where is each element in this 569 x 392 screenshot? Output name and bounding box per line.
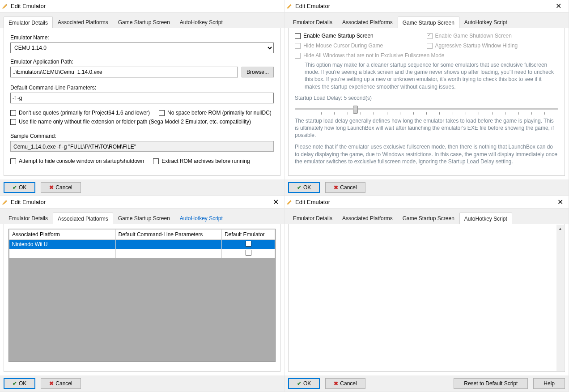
tab-bar: Emulator Details Associated Platforms Ga…: [288, 212, 565, 224]
checkbox-icon: [10, 110, 16, 116]
cancel-button[interactable]: ✖Cancel: [41, 378, 81, 389]
cell-params[interactable]: [115, 249, 222, 258]
tab-platforms[interactable]: Associated Platforms: [53, 213, 113, 224]
check-filenameonly[interactable]: Use file name only without file extensio…: [10, 119, 251, 125]
tab-platforms[interactable]: Associated Platforms: [337, 212, 398, 224]
vertical-scrollbar[interactable]: ▲: [556, 225, 564, 371]
name-label: Emulator Name:: [10, 34, 274, 41]
reset-script-button[interactable]: Reset to Default Script: [454, 378, 528, 389]
window-startup: Edit Emulator ✕ Emulator Details Associa…: [284, 0, 569, 196]
pencil-icon: [2, 199, 8, 205]
col-default[interactable]: Default Emulator: [222, 230, 275, 240]
ok-button[interactable]: ✔OK: [288, 182, 320, 193]
cell-params[interactable]: [115, 240, 222, 249]
emulator-name-select[interactable]: CEMU 1.14.0: [10, 43, 274, 53]
sample-label: Sample Command:: [10, 133, 274, 139]
application-path-input[interactable]: [10, 67, 238, 77]
delay-label: Startup Load Delay: 5 second(s): [295, 95, 558, 101]
dialog-footer: ✔OK ✖Cancel: [0, 179, 284, 196]
pencil-icon: [286, 3, 293, 9]
checkbox-icon[interactable]: [246, 241, 251, 247]
check-icon: ✔: [13, 184, 17, 191]
platforms-table[interactable]: Associated Platform Default Command-Line…: [8, 229, 276, 362]
close-icon[interactable]: ✕: [552, 2, 565, 10]
delay-help-1: The startup load delay generally defines…: [295, 117, 558, 139]
tab-bar: Emulator Details Associated Platforms Ga…: [288, 16, 565, 28]
dialog-footer: ✔OK ✖Cancel Reset to Default Script Help: [284, 375, 569, 392]
cancel-button[interactable]: ✖Cancel: [325, 378, 365, 389]
checkbox-icon: [427, 33, 433, 39]
checkbox-icon: [295, 33, 301, 39]
ok-button[interactable]: ✔OK: [288, 378, 320, 389]
check-icon: ✔: [297, 184, 301, 191]
slider-ticks: [295, 112, 558, 115]
slider-thumb-icon[interactable]: [353, 106, 358, 114]
cell-default[interactable]: [222, 240, 275, 249]
check-aggressive: Aggressive Startup Window Hiding: [427, 43, 559, 49]
cell-default[interactable]: [222, 249, 275, 258]
ok-button[interactable]: ✔OK: [4, 182, 35, 193]
check-enable-shutdown: Enable Game Shutdown Screen: [427, 33, 559, 39]
path-label: Emulator Application Path:: [10, 59, 274, 65]
window-title: Edit Emulator: [11, 199, 46, 205]
dialog-footer: ✔OK ✖Cancel: [0, 375, 284, 392]
tab-details[interactable]: Emulator Details: [4, 212, 53, 224]
checkbox-icon: [159, 110, 165, 116]
tab-startup[interactable]: Game Startup Screen: [113, 212, 175, 224]
check-noquotes[interactable]: Don't use quotes (primarily for Project6…: [10, 110, 150, 116]
tab-platforms[interactable]: Associated Platforms: [337, 16, 398, 28]
x-icon: ✖: [334, 380, 338, 387]
check-extract[interactable]: Extract ROM archives before running: [153, 158, 250, 164]
tab-ahk[interactable]: AutoHotkey Script: [175, 212, 228, 224]
cancel-button[interactable]: ✖Cancel: [325, 182, 365, 193]
checkbox-icon: [295, 53, 301, 59]
tab-bar: Emulator Details Associated Platforms Ga…: [4, 212, 280, 224]
tab-platforms[interactable]: Associated Platforms: [53, 16, 113, 28]
hideall-help: This option may make for a cleaner start…: [305, 61, 558, 90]
window-title: Edit Emulator: [11, 3, 46, 9]
ok-button[interactable]: ✔OK: [4, 378, 35, 389]
check-enable-startup[interactable]: Enable Game Startup Screen: [295, 33, 427, 39]
cell-platform[interactable]: Nintendo Wii U: [9, 240, 116, 249]
checkbox-icon: [295, 43, 301, 49]
tab-startup[interactable]: Game Startup Screen: [113, 16, 175, 28]
tab-ahk[interactable]: AutoHotkey Script: [175, 16, 228, 28]
checkbox-icon: [153, 158, 159, 164]
check-hideconsole[interactable]: Attempt to hide console window on startu…: [10, 158, 144, 164]
checkbox-icon: [427, 43, 433, 49]
window-title: Edit Emulator: [295, 199, 330, 205]
params-input[interactable]: [10, 93, 274, 103]
dialog-footer: ✔OK ✖Cancel: [284, 179, 569, 196]
checkbox-icon[interactable]: [246, 250, 251, 256]
table-row[interactable]: [9, 249, 275, 258]
window-ahk: Edit Emulator ✕ Emulator Details Associa…: [284, 196, 569, 392]
col-params[interactable]: Default Command-Line Parameters: [115, 230, 222, 240]
pencil-icon: [2, 3, 8, 9]
col-platform[interactable]: Associated Platform: [9, 230, 116, 240]
table-row[interactable]: Nintendo Wii U: [9, 240, 275, 249]
cancel-button[interactable]: ✖Cancel: [41, 182, 81, 193]
cell-platform[interactable]: [9, 249, 116, 258]
close-icon[interactable]: ✕: [554, 198, 567, 206]
delay-slider[interactable]: [295, 106, 558, 115]
tab-details[interactable]: Emulator Details: [288, 212, 337, 224]
startup-body: Enable Game Startup Screen Enable Game S…: [288, 28, 565, 176]
window-title: Edit Emulator: [295, 3, 330, 9]
tab-details[interactable]: Emulator Details: [288, 16, 337, 28]
script-editor[interactable]: [289, 224, 565, 371]
scroll-up-icon[interactable]: ▲: [556, 225, 564, 232]
checkbox-icon: [10, 119, 16, 125]
tab-ahk[interactable]: AutoHotkey Script: [459, 213, 512, 224]
ahk-body: ▲: [288, 224, 565, 372]
tab-startup[interactable]: Game Startup Screen: [398, 17, 459, 28]
tab-details[interactable]: Emulator Details: [4, 17, 53, 28]
x-icon: ✖: [334, 184, 338, 191]
check-hide-all: Hide All Windows that are not in Exclusi…: [295, 52, 558, 59]
browse-button[interactable]: Browse...: [242, 67, 274, 77]
check-nospace[interactable]: No space before ROM (primarily for nullD…: [159, 110, 272, 116]
help-button[interactable]: Help: [533, 378, 565, 389]
tab-startup[interactable]: Game Startup Screen: [398, 212, 459, 224]
window-platforms: Edit Emulator ✕ Emulator Details Associa…: [0, 196, 284, 392]
tab-ahk[interactable]: AutoHotkey Script: [459, 16, 512, 28]
close-icon[interactable]: ✕: [269, 198, 282, 206]
